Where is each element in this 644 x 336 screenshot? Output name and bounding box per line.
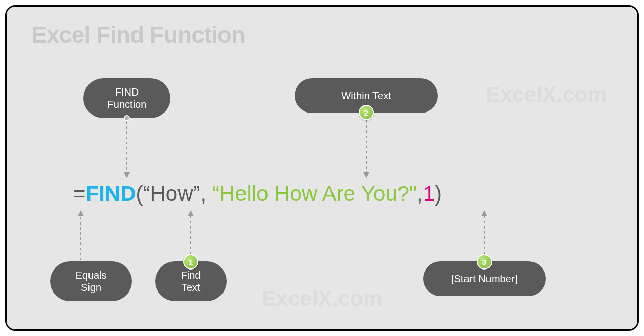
badge-1: 1: [183, 254, 198, 270]
function-token: FIND: [86, 182, 136, 206]
arg1-findtext: “How”: [143, 182, 201, 206]
close-paren: ): [435, 182, 442, 206]
arrow-find-text: [188, 210, 194, 255]
watermark-top: ExcelX.com: [486, 82, 607, 107]
arg3-startnum: 1: [423, 182, 435, 206]
diagram-card: Excel Find Function ExcelX.com ExcelX.co…: [5, 5, 639, 331]
open-paren: (: [136, 182, 143, 206]
equals-token: =: [73, 182, 86, 206]
page-title: Excel Find Function: [31, 21, 245, 49]
badge-2: 2: [359, 105, 374, 120]
arrow-equals-sign: [78, 210, 84, 261]
arrow-within-text: [363, 120, 369, 180]
badge-3: 3: [477, 254, 492, 270]
comma2: ,: [417, 182, 423, 206]
arrow-start-number: [481, 210, 487, 255]
label-equals-sign: Equals Sign: [50, 261, 132, 301]
formula-expression: =FIND(“How”, “Hello How Are You?",1): [73, 182, 442, 206]
arrow-find-function: [124, 118, 130, 180]
connector-dot: [124, 115, 130, 121]
label-find-function: FIND Function: [83, 78, 170, 118]
watermark-bottom: ExcelX.com: [262, 286, 383, 311]
arg2-withintext: “Hello How Are You?": [212, 182, 417, 206]
comma1: ,: [201, 182, 212, 206]
